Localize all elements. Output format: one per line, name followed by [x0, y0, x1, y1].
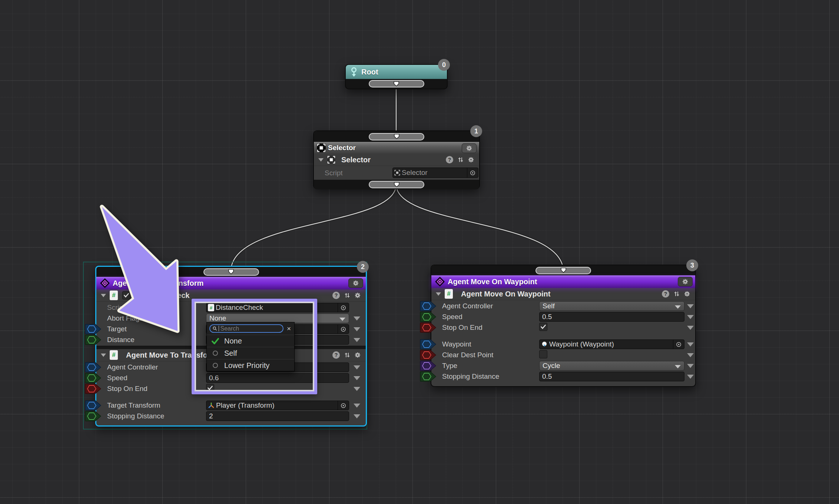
- distance-port[interactable]: [85, 334, 102, 345]
- type-port[interactable]: [420, 360, 437, 371]
- speed-field[interactable]: 0.5: [539, 312, 684, 322]
- node-settings-button[interactable]: [678, 277, 693, 286]
- stop-on-end-checkbox[interactable]: [539, 323, 547, 331]
- node-input-port[interactable]: [535, 267, 591, 274]
- clear-dest-point-row: Clear Dest Point: [431, 350, 695, 360]
- dropdown-caret-icon[interactable]: [354, 316, 360, 321]
- search-input[interactable]: [220, 325, 280, 332]
- graph-canvas[interactable]: 0 Root 1: [0, 0, 839, 504]
- stopping-distance-field[interactable]: 2: [206, 411, 349, 421]
- chevron-down-icon[interactable]: [101, 294, 106, 297]
- dropdown-caret-icon[interactable]: [687, 342, 694, 346]
- speed-row: Speed 0.5: [431, 312, 695, 322]
- target-picker-icon[interactable]: [338, 401, 349, 410]
- popup-option-self[interactable]: Self: [207, 347, 294, 359]
- agent-controller-port[interactable]: [85, 362, 102, 373]
- stop-on-end-row: Stop On End: [431, 323, 695, 332]
- stopping-distance-port[interactable]: [85, 411, 102, 422]
- dropdown-caret-icon[interactable]: [354, 338, 360, 342]
- waypoint-port[interactable]: [420, 339, 437, 350]
- popup-option-lower-priority[interactable]: Lower Priority: [207, 359, 294, 371]
- abort-flags-popup[interactable]: × None Self Lower Priority: [206, 322, 295, 371]
- root-node-title: Root: [361, 68, 378, 76]
- dropdown-caret-icon[interactable]: [687, 304, 694, 308]
- dropdown-caret-icon[interactable]: [354, 387, 360, 391]
- selector-output-port[interactable]: [369, 181, 424, 188]
- speed-port[interactable]: [85, 372, 102, 384]
- gear-icon[interactable]: [355, 292, 361, 298]
- popup-search-field[interactable]: [209, 324, 283, 333]
- speed-field[interactable]: 0.6: [206, 373, 349, 383]
- dropdown-caret-icon[interactable]: [354, 404, 360, 408]
- type-row: Type Cycle: [431, 361, 695, 371]
- agent-move-on-waypoint-section-header[interactable]: # Agent Move On Waypoint ?: [431, 288, 695, 300]
- dropdown-caret-icon[interactable]: [354, 376, 360, 380]
- target-transform-port[interactable]: [85, 400, 102, 411]
- chevron-down-icon[interactable]: [436, 292, 441, 296]
- root-output-port[interactable]: [369, 80, 424, 87]
- presets-icon[interactable]: [458, 157, 464, 163]
- agent-move-on-waypoint-node[interactable]: 3 Agent Move On Waypoint: [431, 265, 696, 387]
- node-input-port[interactable]: [203, 268, 259, 276]
- presets-icon[interactable]: [344, 292, 350, 298]
- stopping-distance-port[interactable]: [420, 371, 437, 382]
- target-picker-icon[interactable]: [338, 325, 349, 334]
- help-icon[interactable]: ?: [446, 156, 453, 163]
- enabled-checkbox[interactable]: [122, 291, 130, 299]
- dropdown-caret-icon[interactable]: [354, 414, 360, 418]
- stopping-distance-field[interactable]: 0.5: [539, 372, 684, 381]
- node-settings-button[interactable]: [462, 143, 477, 153]
- dropdown-caret-icon[interactable]: [687, 326, 694, 330]
- dropdown-caret-icon[interactable]: [687, 364, 694, 368]
- root-node-header[interactable]: Root: [346, 65, 447, 79]
- clear-dest-point-checkbox[interactable]: [539, 350, 547, 358]
- node-title: Agent Move To Transform: [113, 279, 203, 288]
- node-header[interactable]: Agent Move On Waypoint: [431, 275, 695, 288]
- waypoint-object-field[interactable]: Waypoint (Waypoint): [539, 339, 684, 349]
- clear-search-button[interactable]: ×: [286, 325, 292, 332]
- root-node[interactable]: 0 Root: [345, 64, 448, 89]
- agent-controller-dropdown[interactable]: Self: [539, 301, 684, 311]
- check-icon: [212, 338, 219, 344]
- selector-input-port[interactable]: [369, 133, 424, 140]
- row-spacer: [96, 395, 366, 401]
- distancecheck-section-header[interactable]: # DistanceCheck ?: [96, 289, 366, 302]
- dropdown-caret-icon[interactable]: [687, 315, 694, 319]
- dropdown-caret-icon[interactable]: [354, 365, 360, 369]
- script-object-field[interactable]: # DistanceCheck: [206, 303, 349, 312]
- target-port[interactable]: [85, 324, 102, 335]
- help-icon[interactable]: ?: [662, 290, 669, 298]
- node-settings-button[interactable]: [348, 278, 363, 288]
- presets-icon[interactable]: [344, 352, 350, 358]
- help-icon[interactable]: ?: [332, 292, 340, 299]
- chevron-down-icon[interactable]: [101, 354, 106, 357]
- target-picker-icon[interactable]: [673, 340, 684, 349]
- chevron-down-icon[interactable]: [318, 158, 324, 162]
- stop-on-end-port[interactable]: [85, 383, 102, 394]
- dropdown-caret-icon: [339, 318, 345, 321]
- selector-node-titlebar[interactable]: Selector: [314, 142, 479, 154]
- target-transform-object-field[interactable]: Player (Transform): [206, 401, 349, 410]
- agent-controller-port[interactable]: [420, 301, 437, 312]
- target-picker-icon[interactable]: [338, 303, 349, 312]
- dropdown-caret-icon[interactable]: [687, 353, 694, 357]
- clear-dest-point-port[interactable]: [420, 349, 437, 361]
- gear-icon[interactable]: [468, 157, 474, 163]
- stop-on-end-checkbox[interactable]: [206, 384, 214, 392]
- selector-node[interactable]: 1 Selector: [313, 130, 480, 189]
- script-object-field[interactable]: Selector: [392, 168, 478, 178]
- speed-port[interactable]: [420, 311, 437, 322]
- gear-icon[interactable]: [684, 291, 690, 297]
- selector-inspector-header[interactable]: Selector ?: [314, 154, 479, 166]
- popup-option-none[interactable]: None: [207, 335, 294, 347]
- node-header[interactable]: Agent Move To Transform: [96, 277, 366, 289]
- dropdown-caret-icon[interactable]: [687, 375, 694, 379]
- text-cursor: [219, 326, 219, 331]
- dropdown-caret-icon[interactable]: [354, 327, 360, 331]
- help-icon[interactable]: ?: [332, 351, 340, 359]
- target-picker-icon[interactable]: [467, 168, 478, 178]
- presets-icon[interactable]: [674, 291, 680, 297]
- stop-on-end-port[interactable]: [420, 322, 437, 333]
- type-dropdown[interactable]: Cycle: [539, 361, 684, 371]
- gear-icon[interactable]: [355, 352, 361, 358]
